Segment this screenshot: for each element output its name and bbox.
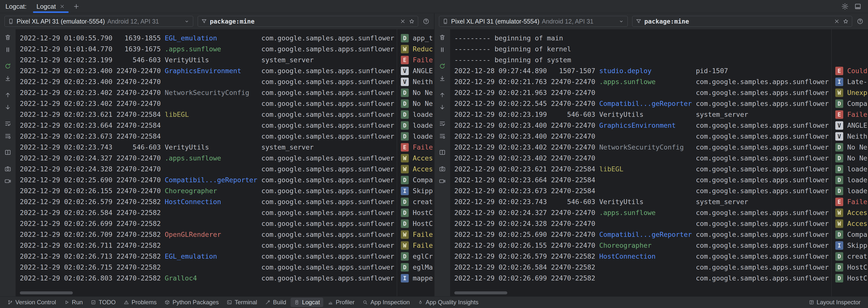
log-row[interactable]: 2022-12-29 02:02:25.69022470-22470Compat… [16, 175, 434, 186]
log-row[interactable]: 2022-12-29 02:02:23.62122470-22584libEGL… [451, 164, 868, 175]
clear-logcat-button[interactable] [437, 32, 447, 42]
device-selector[interactable]: Pixel XL API 31 (emulator-5554)Android 1… [4, 16, 193, 27]
log-row[interactable]: 2022-12-29 02:02:24.32822470-22470com.go… [16, 164, 434, 175]
pause-logcat-button[interactable] [3, 45, 13, 55]
log-row[interactable]: 2022-12-29 02:02:26.15522470-22470Choreo… [451, 240, 868, 251]
log-row[interactable]: 2022-12-29 02:02:23.40022470-22470com.go… [451, 131, 868, 142]
previous-message-button[interactable] [437, 90, 447, 100]
help-icon[interactable] [857, 18, 864, 25]
next-message-button[interactable] [437, 102, 447, 112]
tab-logcat[interactable]: Logcat [31, 0, 70, 13]
toolwindow-button-logcat[interactable]: Logcat [290, 298, 323, 307]
log-row[interactable]: 2022-12-29 02:02:22.54522470-22470Compat… [451, 98, 868, 109]
log-row[interactable]: 2022-12-29 02:02:26.69922470-22582com.go… [451, 273, 868, 284]
log-row[interactable]: 2022-12-29 02:02:21.76322470-22470.apps.… [451, 76, 868, 87]
log-row[interactable]: 2022-12-29 02:02:24.32722470-22470.apps.… [451, 207, 868, 218]
log-row[interactable]: 2022-12-29 02:02:26.57922470-22582HostCo… [451, 251, 868, 262]
log-row[interactable]: 2022-12-29 02:02:26.69922470-22582com.go… [16, 218, 434, 229]
pause-logcat-button[interactable] [437, 45, 447, 55]
log-row[interactable]: 2022-12-29 02:02:23.40222470-22470com.go… [451, 153, 868, 164]
log-row[interactable]: 2022-12-29 02:02:23.40022470-22470com.go… [16, 76, 434, 87]
hide-toolwindow-button[interactable] [854, 3, 862, 10]
log-row[interactable]: 2022-12-29 02:02:23.40222470-22470Networ… [16, 87, 434, 98]
log-row[interactable]: 2022-12-29 02:02:23.66422470-22584com.go… [16, 120, 434, 131]
take-screenshot-button[interactable] [437, 164, 447, 174]
log-row[interactable]: 2022-12-29 02:02:23.66422470-22584com.go… [451, 175, 868, 186]
logcat-filter-input[interactable]: package:mine [632, 16, 852, 27]
toolwindow-button-version-control[interactable]: Version Control [4, 298, 59, 307]
restart-logcat-button[interactable] [437, 61, 447, 71]
log-row[interactable]: --------- beginning of kernel [451, 44, 868, 55]
toolwindow-button-app-quality-insights[interactable]: App Quality Insights [414, 298, 482, 307]
log-row[interactable]: 2022-12-29 02:02:26.70922470-22582OpenGL… [16, 229, 434, 240]
log-row[interactable]: 2022-12-29 02:02:24.32722470-22470.apps.… [16, 153, 434, 164]
log-row[interactable]: 2022-12-29 02:02:26.15522470-22470Choreo… [16, 186, 434, 196]
log-row[interactable]: 2022-12-29 02:02:25.69022470-22470Compat… [451, 229, 868, 240]
log-row[interactable]: 2022-12-29 02:02:26.71322470-22582EGL_em… [16, 251, 434, 262]
help-icon[interactable] [423, 18, 430, 25]
toolwindow-button-app-inspection[interactable]: App Inspection [359, 298, 413, 307]
favorite-filter-star-icon[interactable] [408, 18, 415, 25]
formatting-options-button[interactable] [437, 131, 447, 141]
chevron-down-icon[interactable] [618, 18, 624, 25]
log-row[interactable]: --------- beginning of main [451, 33, 868, 44]
next-message-button[interactable] [3, 102, 13, 112]
log-row[interactable]: 2022-12-29 02:02:23.743546-603VerityUtil… [451, 196, 868, 207]
log-row[interactable]: 2022-12-29 02:02:26.71122470-22582com.go… [16, 240, 434, 251]
log-row[interactable]: 2022-12-29 01:00:55.7901639-1855EGL_emul… [16, 33, 434, 44]
toolwindow-button-build[interactable]: Build [261, 298, 289, 307]
add-tab-button[interactable] [72, 3, 80, 10]
device-selector[interactable]: Pixel XL API 31 (emulator-5554)Android 1… [439, 16, 628, 27]
toolwindow-button-terminal[interactable]: Terminal [223, 298, 260, 307]
chevron-down-icon[interactable] [184, 18, 190, 25]
formatting-options-button[interactable] [3, 131, 13, 141]
log-row[interactable]: 2022-12-29 02:02:24.32822470-22470com.go… [451, 218, 868, 229]
logcat-filter-input[interactable]: package:mine [198, 16, 418, 27]
split-panels-button[interactable] [3, 147, 13, 157]
scroll-to-end-button[interactable] [3, 74, 13, 83]
log-row[interactable]: 2022-12-29 02:02:23.40222470-22470com.go… [16, 98, 434, 109]
log-row[interactable]: 2022-12-29 02:02:26.58422470-22582com.go… [16, 207, 434, 218]
soft-wrap-button[interactable] [437, 118, 447, 129]
toolwindow-button-layout-inspector[interactable]: Layout Inspector [805, 298, 864, 307]
scroll-to-end-button[interactable] [437, 74, 447, 83]
log-row[interactable]: 2022-12-29 02:02:23.67322470-22584com.go… [16, 131, 434, 142]
log-row[interactable]: 2022-12-29 02:02:23.67322470-22584com.go… [451, 186, 868, 196]
clear-logcat-button[interactable] [3, 32, 13, 42]
log-row[interactable]: 2022-12-29 02:02:26.58422470-22582com.go… [451, 262, 868, 273]
log-row[interactable]: 2022-12-29 02:02:23.199546-603VerityUtil… [451, 109, 868, 120]
toolwindow-button-python-packages[interactable]: Python Packages [161, 298, 222, 307]
log-row[interactable]: 2022-12-29 02:02:26.80322470-22582Grallo… [16, 273, 434, 284]
toolwindow-button-run[interactable]: Run [60, 298, 86, 307]
horizontal-scrollbar[interactable] [20, 291, 73, 295]
soft-wrap-button[interactable] [3, 118, 13, 129]
clear-filter-icon[interactable] [834, 18, 840, 25]
record-screen-button[interactable] [437, 176, 447, 186]
toolwindow-button-todo[interactable]: TODO [87, 298, 119, 307]
toolwindow-button-problems[interactable]: Problems [120, 298, 160, 307]
funnel-icon[interactable] [201, 18, 207, 25]
restart-logcat-button[interactable] [3, 61, 13, 71]
log-row[interactable]: 2022-12-29 02:02:23.40222470-22470Networ… [451, 142, 868, 153]
record-screen-button[interactable] [3, 176, 13, 186]
log-row[interactable]: 2022-12-29 02:02:26.57922470-22582HostCo… [16, 196, 434, 207]
clear-filter-icon[interactable] [400, 18, 406, 25]
log-row[interactable]: 2022-12-29 02:02:23.743546-603VerityUtil… [16, 142, 434, 153]
horizontal-scrollbar[interactable] [454, 291, 507, 295]
previous-message-button[interactable] [3, 90, 13, 100]
favorite-filter-star-icon[interactable] [842, 18, 849, 25]
funnel-icon[interactable] [636, 18, 642, 25]
log-row[interactable]: 2022-12-29 02:02:21.96322470-22470com.go… [451, 87, 868, 98]
settings-button[interactable] [841, 3, 849, 10]
log-row[interactable]: 2022-12-28 09:27:44.8901507-1507studio.d… [451, 65, 868, 76]
log-row[interactable]: 2022-12-29 02:02:23.40022470-22470Graphi… [451, 120, 868, 131]
take-screenshot-button[interactable] [3, 164, 13, 174]
log-row[interactable]: --------- beginning of system [451, 55, 868, 65]
log-row[interactable]: 2022-12-29 02:02:26.71522470-22582com.go… [16, 262, 434, 273]
log-row[interactable]: 2022-12-29 02:02:23.199546-603VerityUtil… [16, 55, 434, 65]
log-row[interactable]: 2022-12-29 02:02:23.40022470-22470Graphi… [16, 65, 434, 76]
log-row[interactable]: 2022-12-29 01:01:04.7701639-1675.apps.su… [16, 44, 434, 55]
split-panels-button[interactable] [437, 147, 447, 157]
log-row[interactable]: 2022-12-29 02:02:23.62122470-22584libEGL… [16, 109, 434, 120]
toolwindow-button-profiler[interactable]: Profiler [324, 298, 358, 307]
